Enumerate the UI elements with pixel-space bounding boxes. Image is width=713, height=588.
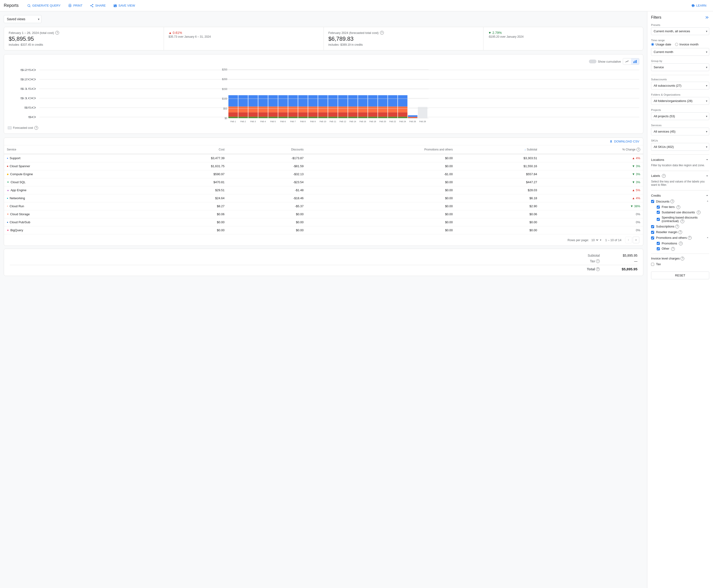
other-checkbox[interactable] [657, 247, 660, 250]
sustained-use-info-icon[interactable]: ? [697, 211, 700, 214]
svg-rect-48 [278, 95, 288, 106]
discounts-cell-4: -$1.48 [228, 186, 307, 194]
svg-rect-63 [308, 95, 318, 106]
svg-rect-113 [408, 115, 417, 117]
svg-text:Feb 2: Feb 2 [240, 120, 246, 123]
free-tiers-info-icon[interactable]: ? [676, 205, 680, 209]
free-tiers-label: Free tiers ? [662, 205, 680, 209]
chevron-right-double-icon [705, 15, 709, 20]
group-by-select[interactable]: Service [651, 63, 709, 71]
free-tiers-checkbox[interactable] [657, 206, 660, 209]
total-label: Total ? [587, 267, 600, 271]
discounts-cell-1: -$81.59 [228, 162, 307, 170]
download-icon [609, 140, 613, 143]
saved-views-dropdown[interactable]: Saved views ▾ [4, 15, 41, 23]
generate-query-button[interactable]: GENERATE QUERY [24, 2, 63, 9]
svg-rect-71 [328, 112, 338, 117]
svg-rect-88 [358, 95, 368, 106]
actual-cost-title: February 1 – 26, 2024 (total cost) ? [9, 31, 159, 35]
rows-per-page-select[interactable]: 10 25 50 [590, 237, 599, 243]
change-cell-9: 0% [540, 226, 643, 234]
reseller-margin-info-icon[interactable]: ? [678, 230, 682, 234]
invoice-month-radio-input[interactable] [675, 43, 678, 46]
credits-collapsible-header[interactable]: Credits [651, 193, 709, 197]
usage-date-radio[interactable]: Usage date [651, 43, 671, 46]
toggle-switch[interactable] [589, 60, 596, 63]
table-row: + Cloud Run $8.27 -$5.37 $0.00 $2.90 ▼ 3… [4, 202, 643, 210]
svg-text:$0: $0 [225, 117, 228, 120]
sustained-use-checkbox[interactable] [657, 211, 660, 214]
svg-rect-31 [248, 112, 258, 117]
labels-collapsible-header[interactable]: Labels ? [651, 174, 709, 178]
invoice-charges-info-icon[interactable]: ? [680, 257, 684, 260]
next-page-button[interactable] [633, 237, 639, 243]
forecast-info-icon[interactable]: ? [34, 126, 38, 130]
print-button[interactable]: PRINT [65, 2, 85, 9]
discounts-info-icon[interactable]: ? [670, 200, 674, 203]
spending-based-checkbox[interactable] [657, 218, 660, 221]
pagination-nav [625, 237, 639, 243]
promotions-info-icon[interactable]: ? [679, 241, 683, 245]
service-name-1: Cloud Spanner [10, 164, 30, 168]
tax-info-icon[interactable]: ? [596, 259, 600, 263]
table-row: ● Networking $24.64 -$18.46 $0.00 $6.18 … [4, 194, 643, 202]
bar-chart-button[interactable] [631, 58, 639, 64]
tax-invoice-checkbox[interactable] [651, 263, 654, 266]
service-name-5: Networking [10, 196, 25, 200]
subaccounts-select[interactable]: All subaccounts (27) [651, 82, 709, 89]
actual-cost-info-icon[interactable]: ? [55, 31, 59, 35]
reseller-margin-checkbox[interactable] [651, 231, 654, 234]
show-cumulative-label: Show cumulative [598, 60, 621, 63]
share-button[interactable]: SHARE [87, 2, 108, 9]
service-icon-6: + [7, 205, 8, 208]
locations-collapsible-header[interactable]: Locations [651, 158, 709, 162]
change-cell-7: 0% [540, 210, 643, 218]
svg-rect-53 [288, 95, 298, 106]
other-info-icon[interactable]: ? [671, 247, 675, 251]
subscriptions-info-icon[interactable]: ? [675, 225, 679, 228]
svg-rect-51 [288, 112, 298, 117]
promotions-others-info-icon[interactable]: ? [688, 236, 692, 240]
svg-text:Feb 6: Feb 6 [280, 120, 286, 123]
total-info-icon[interactable]: ? [596, 267, 600, 271]
reset-button[interactable]: RESET [651, 272, 709, 279]
discounts-checkbox[interactable] [651, 200, 654, 203]
line-chart-button[interactable] [623, 58, 631, 64]
promotions-checkbox[interactable] [657, 242, 660, 245]
skus-filter: SKUs All SKUs (402) [651, 139, 709, 151]
svg-text:Feb 8: Feb 8 [300, 120, 306, 123]
projects-select[interactable]: All projects (53) [651, 112, 709, 120]
promotions-others-checkbox[interactable] [651, 236, 654, 239]
labels-info-icon[interactable]: ? [662, 174, 666, 178]
usage-date-radio-input[interactable] [651, 43, 654, 46]
service-icon-7: ✕ [7, 213, 9, 215]
spending-based-info-icon[interactable]: ? [680, 219, 684, 223]
cost-cell-6: $8.27 [143, 202, 227, 210]
svg-rect-32 [248, 106, 258, 112]
promotions-cell-3: $0.00 [306, 178, 456, 186]
svg-rect-108 [398, 95, 407, 106]
forecasted-cost-info-icon[interactable]: ? [380, 31, 384, 35]
folders-select[interactable]: All folders/organizations (28) [651, 97, 709, 105]
save-view-button[interactable]: SAVE VIEW [110, 2, 138, 9]
svg-text:Feb 28: Feb 28 [419, 120, 426, 123]
service-name-4: App Engine [11, 188, 26, 192]
service-name-3: Cloud SQL [11, 181, 26, 184]
collapse-filters-button[interactable] [705, 15, 709, 20]
subscriptions-checkbox[interactable] [651, 225, 654, 228]
prev-page-button[interactable] [625, 237, 632, 243]
skus-select[interactable]: All SKUs (402) [651, 143, 709, 151]
services-select[interactable]: All services (45) [651, 128, 709, 135]
svg-text:$50: $50 [223, 107, 227, 110]
invoice-month-radio[interactable]: Invoice month [675, 43, 699, 46]
presets-select[interactable]: Current month, all services [651, 27, 709, 35]
labels-filter: Labels ? Select the key and values of th… [651, 174, 709, 187]
download-csv-button[interactable]: DOWNLOAD CSV [609, 140, 639, 143]
change-info-icon[interactable]: ? [636, 148, 640, 151]
saved-views-select[interactable]: Saved views [4, 15, 41, 23]
svg-rect-2 [69, 4, 71, 5]
show-cumulative-toggle[interactable]: Show cumulative [589, 60, 621, 63]
learn-button[interactable]: LEARN [688, 2, 709, 9]
period-select[interactable]: Current month [651, 48, 709, 56]
labels-collapse-icon [705, 174, 709, 178]
